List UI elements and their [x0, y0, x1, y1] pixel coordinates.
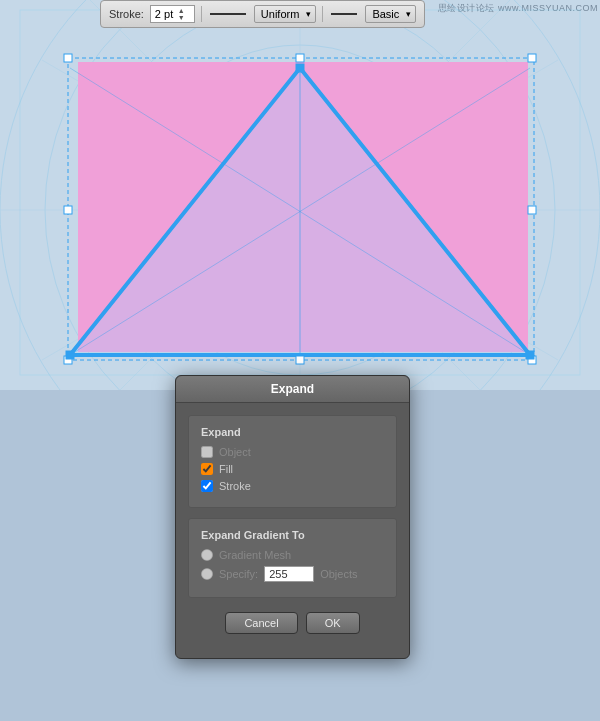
dialog-titlebar: Expand [176, 376, 409, 403]
uniform-select[interactable]: Uniform [254, 5, 317, 23]
toolbar: Stroke: 2 pt ▲ ▼ Uniform Basic [100, 0, 425, 28]
specify-input[interactable] [264, 566, 314, 582]
stepper-down[interactable]: ▼ [175, 14, 187, 21]
svg-rect-34 [296, 64, 304, 72]
stroke-value-input[interactable]: 2 pt ▲ ▼ [150, 5, 195, 23]
object-row: Object [201, 446, 384, 458]
gradient-section-title: Expand Gradient To [201, 529, 384, 541]
ok-button[interactable]: OK [306, 612, 360, 634]
stroke-row: Stroke [201, 480, 384, 492]
svg-rect-35 [66, 351, 74, 359]
svg-rect-30 [528, 206, 536, 214]
object-checkbox[interactable] [201, 446, 213, 458]
stroke-stepper[interactable]: ▲ ▼ [175, 7, 187, 21]
stroke-label: Stroke [219, 480, 251, 492]
fill-checkbox[interactable] [201, 463, 213, 475]
objects-label: Objects [320, 568, 357, 580]
svg-rect-32 [296, 356, 304, 364]
expand-section: Expand Object Fill Stroke [188, 415, 397, 508]
svg-rect-29 [64, 206, 72, 214]
cancel-button[interactable]: Cancel [225, 612, 297, 634]
stroke-checkbox[interactable] [201, 480, 213, 492]
svg-rect-28 [528, 54, 536, 62]
specify-label: Specify: [219, 568, 258, 580]
dialog-buttons: Cancel OK [188, 608, 397, 646]
line-style-preview [208, 6, 248, 22]
expand-section-title: Expand [201, 426, 384, 438]
object-label: Object [219, 446, 251, 458]
canvas-area: 思绘设计论坛 www.MISSYUAN.COM [0, 0, 600, 390]
expand-dialog: Expand Expand Object Fill Stroke Expand … [175, 375, 410, 659]
toolbar-separator2 [322, 6, 323, 22]
basic-select[interactable]: Basic [365, 5, 416, 23]
gradient-section: Expand Gradient To Gradient Mesh Specify… [188, 518, 397, 598]
dialog-body: Expand Object Fill Stroke Expand Gradien… [176, 403, 409, 658]
svg-rect-27 [296, 54, 304, 62]
specify-radio[interactable] [201, 568, 213, 580]
stepper-up[interactable]: ▲ [175, 7, 187, 14]
specify-row: Specify: Objects [201, 566, 384, 582]
fill-label: Fill [219, 463, 233, 475]
toolbar-separator [201, 6, 202, 22]
gradient-mesh-row: Gradient Mesh [201, 549, 384, 561]
gradient-mesh-label: Gradient Mesh [219, 549, 291, 561]
fill-row: Fill [201, 463, 384, 475]
gradient-mesh-radio[interactable] [201, 549, 213, 561]
dash-style-preview [329, 6, 359, 22]
svg-rect-26 [64, 54, 72, 62]
svg-rect-36 [526, 351, 534, 359]
stroke-label: Stroke: [109, 8, 144, 20]
canvas-svg [0, 0, 600, 390]
